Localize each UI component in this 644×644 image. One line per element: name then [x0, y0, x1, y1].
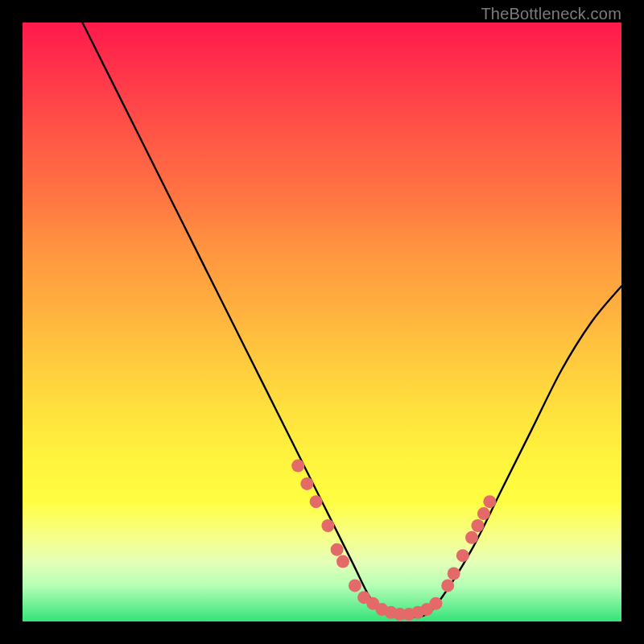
curve-layer — [23, 23, 621, 621]
highlight-dot — [349, 579, 361, 592]
highlight-dot — [441, 579, 454, 592]
bottleneck-curve — [82, 23, 621, 617]
highlight-dot — [448, 568, 460, 580]
highlight-dot — [300, 477, 313, 490]
watermark-text: TheBottleneck.com — [481, 5, 621, 23]
highlight-dot — [291, 460, 304, 473]
highlight-dot — [477, 507, 490, 520]
highlight-dot — [321, 519, 334, 532]
highlight-dot — [483, 495, 496, 508]
highlight-dot — [331, 543, 344, 556]
highlight-dot — [310, 495, 323, 508]
highlight-dot — [471, 519, 484, 532]
highlight-dot — [456, 549, 469, 562]
chart-frame: TheBottleneck.com — [0, 0, 644, 644]
highlight-dot — [429, 597, 442, 610]
highlight-dots-left — [291, 460, 379, 610]
highlight-dots-right — [441, 495, 496, 592]
highlight-dot — [336, 555, 349, 568]
highlight-dots-bottom — [375, 597, 442, 621]
plot-area — [23, 23, 621, 621]
highlight-dot — [465, 531, 478, 544]
